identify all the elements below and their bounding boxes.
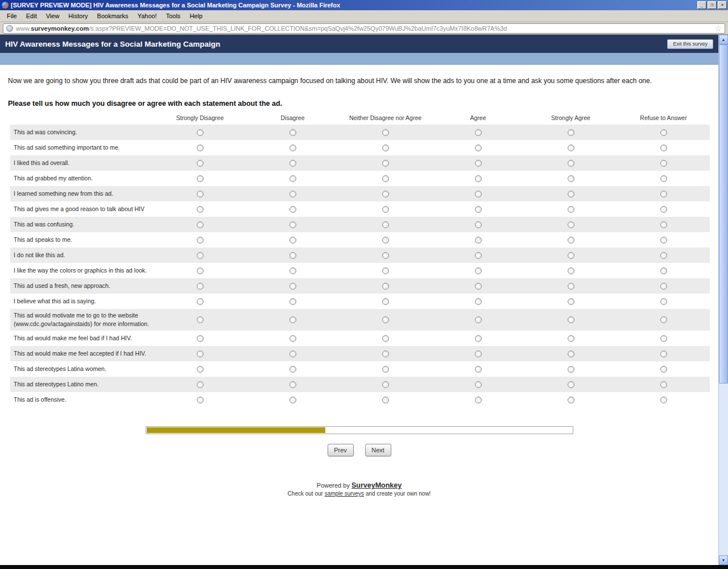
radio-button[interactable] (660, 335, 667, 342)
restore-button[interactable]: ❐ (708, 1, 717, 9)
radio-button[interactable] (660, 160, 667, 167)
radio-button[interactable] (197, 397, 204, 403)
radio-button[interactable] (475, 206, 482, 213)
radio-button[interactable] (289, 397, 296, 403)
close-button[interactable]: ✕ (718, 1, 727, 9)
radio-button[interactable] (660, 316, 667, 323)
menu-item-edit[interactable]: Edit (22, 11, 42, 21)
bookmark-star-icon[interactable]: ☆ (714, 24, 722, 32)
radio-button[interactable] (568, 381, 574, 388)
url-input[interactable]: www.surveymonkey.com/s.aspx?PREVIEW_MODE… (3, 23, 725, 34)
radio-button[interactable] (382, 221, 389, 228)
radio-button[interactable] (382, 298, 389, 305)
radio-button[interactable] (197, 175, 204, 182)
radio-button[interactable] (197, 206, 204, 213)
radio-button[interactable] (660, 397, 667, 403)
radio-button[interactable] (660, 366, 667, 373)
radio-button[interactable] (660, 298, 667, 305)
menu-item-help[interactable]: Help (185, 11, 207, 21)
radio-button[interactable] (197, 335, 204, 342)
radio-button[interactable] (568, 267, 574, 274)
radio-button[interactable] (197, 366, 204, 373)
radio-button[interactable] (382, 252, 389, 259)
radio-button[interactable] (568, 335, 574, 342)
radio-button[interactable] (568, 145, 574, 151)
radio-button[interactable] (197, 298, 204, 305)
radio-button[interactable] (289, 381, 296, 388)
radio-button[interactable] (382, 206, 389, 213)
menu-item-history[interactable]: History (64, 11, 92, 21)
radio-button[interactable] (568, 298, 574, 305)
menu-item-tools[interactable]: Tools (162, 11, 185, 21)
radio-button[interactable] (197, 381, 204, 388)
radio-button[interactable] (197, 191, 204, 197)
radio-button[interactable] (568, 129, 574, 136)
radio-button[interactable] (289, 252, 296, 259)
radio-button[interactable] (382, 237, 389, 244)
radio-button[interactable] (382, 335, 389, 342)
menu-item-view[interactable]: View (42, 11, 64, 21)
radio-button[interactable] (382, 283, 389, 290)
radio-button[interactable] (289, 175, 296, 182)
exit-survey-button[interactable]: Exit this survey (667, 39, 713, 49)
radio-button[interactable] (475, 160, 482, 167)
radio-button[interactable] (289, 351, 296, 357)
radio-button[interactable] (289, 221, 296, 228)
radio-button[interactable] (197, 145, 204, 151)
radio-button[interactable] (568, 206, 574, 213)
radio-button[interactable] (475, 221, 482, 228)
radio-button[interactable] (289, 237, 296, 244)
radio-button[interactable] (568, 397, 574, 403)
radio-button[interactable] (568, 237, 574, 244)
radio-button[interactable] (197, 316, 204, 323)
surveymonkey-link[interactable]: SurveyMonkey (351, 481, 402, 489)
radio-button[interactable] (568, 366, 574, 373)
radio-button[interactable] (382, 397, 389, 403)
radio-button[interactable] (475, 175, 482, 182)
radio-button[interactable] (660, 252, 667, 259)
radio-button[interactable] (475, 252, 482, 259)
scrollbar-thumb[interactable] (719, 44, 728, 384)
radio-button[interactable] (197, 252, 204, 259)
radio-button[interactable] (660, 381, 667, 388)
radio-button[interactable] (660, 206, 667, 213)
radio-button[interactable] (289, 160, 296, 167)
radio-button[interactable] (475, 145, 482, 151)
sample-surveys-link[interactable]: sample surveys (325, 490, 364, 497)
radio-button[interactable] (382, 316, 389, 323)
menu-item-file[interactable]: File (2, 11, 22, 21)
radio-button[interactable] (475, 335, 482, 342)
radio-button[interactable] (289, 206, 296, 213)
radio-button[interactable] (568, 221, 574, 228)
radio-button[interactable] (660, 283, 667, 290)
radio-button[interactable] (382, 366, 389, 373)
radio-button[interactable] (660, 129, 667, 136)
radio-button[interactable] (660, 221, 667, 228)
radio-button[interactable] (289, 283, 296, 290)
radio-button[interactable] (568, 175, 574, 182)
radio-button[interactable] (568, 316, 574, 323)
radio-button[interactable] (568, 283, 574, 290)
radio-button[interactable] (475, 267, 482, 274)
menu-item-yahoo[interactable]: Yahoo! (133, 11, 162, 21)
radio-button[interactable] (289, 316, 296, 323)
url-text[interactable]: www.surveymonkey.com/s.aspx?PREVIEW_MODE… (16, 25, 712, 32)
radio-button[interactable] (660, 175, 667, 182)
radio-button[interactable] (475, 351, 482, 357)
radio-button[interactable] (475, 298, 482, 305)
radio-button[interactable] (382, 145, 389, 151)
radio-button[interactable] (289, 366, 296, 373)
radio-button[interactable] (475, 397, 482, 403)
radio-button[interactable] (475, 237, 482, 244)
radio-button[interactable] (660, 145, 667, 151)
radio-button[interactable] (197, 221, 204, 228)
radio-button[interactable] (197, 129, 204, 136)
minimize-button[interactable]: _ (697, 1, 706, 9)
radio-button[interactable] (660, 351, 667, 357)
radio-button[interactable] (382, 129, 389, 136)
prev-button[interactable]: Prev (328, 444, 354, 456)
radio-button[interactable] (568, 191, 574, 197)
radio-button[interactable] (289, 298, 296, 305)
radio-button[interactable] (382, 351, 389, 357)
radio-button[interactable] (382, 175, 389, 182)
